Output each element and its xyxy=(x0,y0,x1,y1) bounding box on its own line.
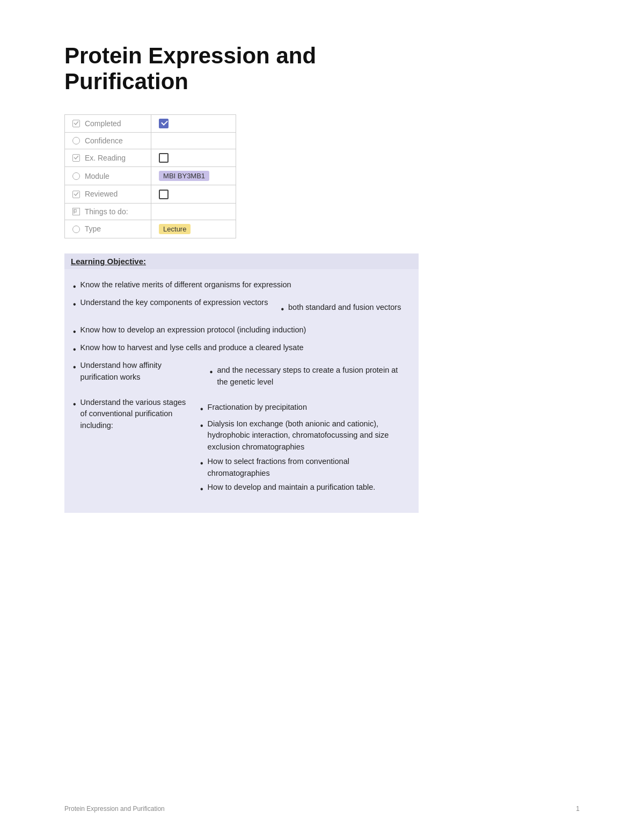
lecture-badge: Lecture xyxy=(159,224,191,234)
property-label: Reviewed xyxy=(65,185,151,203)
objectives-container: •Know the relative merits of different o… xyxy=(64,269,419,513)
property-value[interactable] xyxy=(151,203,236,220)
property-value[interactable] xyxy=(151,114,236,132)
list-item: •How to select fractions from convention… xyxy=(200,456,410,480)
list-item: •Dialysis Ion exchange (both anionic and… xyxy=(200,418,410,453)
list-item-text: Understand how affinity purification wor… xyxy=(80,360,197,383)
list-item: •How to develop and maintain a purificat… xyxy=(200,482,410,496)
checkbox-unchecked[interactable] xyxy=(159,153,169,163)
list-item: •Fractionation by precipitation xyxy=(200,402,410,416)
list-item: •both standard and fusion vectors xyxy=(281,302,401,316)
list-item: •Know how to develop an expression proto… xyxy=(73,324,410,338)
checkbox-checked[interactable] xyxy=(159,119,169,128)
list-item-text: How to develop and maintain a purificati… xyxy=(208,482,376,494)
sub-list: •and the necessary steps to create a fus… xyxy=(210,362,410,391)
bullet-icon: • xyxy=(210,366,213,379)
bullet-icon: • xyxy=(73,361,76,374)
list-item-text: both standard and fusion vectors xyxy=(288,302,401,314)
property-value[interactable]: Lecture xyxy=(151,220,236,238)
bullet-icon: • xyxy=(73,280,76,293)
list-item-text: Fractionation by precipitation xyxy=(208,402,307,414)
list-item-text: Know the relative merits of different or… xyxy=(80,279,291,291)
property-label: Module xyxy=(65,167,151,185)
sub-list: •both standard and fusion vectors xyxy=(281,299,401,318)
property-value[interactable] xyxy=(151,149,236,167)
page-footer: Protein Expression and Purification 1 xyxy=(64,805,580,813)
list-item-text: Understand the various stages of convent… xyxy=(80,397,187,432)
bullet-icon: • xyxy=(281,303,284,316)
properties-table: Completed Confidence Ex. Reading ModuleM… xyxy=(64,114,236,238)
list-item: •and the necessary steps to create a fus… xyxy=(210,365,410,388)
bullet-icon: • xyxy=(200,483,203,496)
bullet-icon: • xyxy=(200,419,203,432)
svg-rect-0 xyxy=(74,209,76,212)
learning-objectives-section: Learning Objective: •Know the relative m… xyxy=(64,253,419,513)
property-label: Completed xyxy=(65,114,151,132)
list-item-text: Understand the key components of express… xyxy=(80,297,268,309)
page-title: Protein Expression and Purification xyxy=(64,43,419,95)
property-value[interactable] xyxy=(151,185,236,203)
property-label: Things to do: xyxy=(65,203,151,220)
bullet-icon: • xyxy=(73,343,76,356)
property-label: Ex. Reading xyxy=(65,149,151,167)
property-label: Type xyxy=(65,220,151,238)
list-item-text: Dialysis Ion exchange (both anionic and … xyxy=(208,418,410,453)
sub-list: •Fractionation by precipitation•Dialysis… xyxy=(200,399,410,499)
bullet-icon: • xyxy=(73,398,76,411)
list-item: •Understand how affinity purification wo… xyxy=(73,360,410,393)
list-item-text: and the necessary steps to create a fusi… xyxy=(217,365,410,388)
list-item-text: Know how to harvest and lyse cells and p… xyxy=(80,342,304,354)
footer-page-number: 1 xyxy=(576,805,580,813)
property-label: Confidence xyxy=(65,132,151,149)
list-item: •Understand the various stages of conven… xyxy=(73,397,410,501)
checkbox-unchecked[interactable] xyxy=(159,190,169,199)
list-item-text: How to select fractions from conventiona… xyxy=(208,456,410,480)
property-value[interactable]: MBI BY3MB1 xyxy=(151,167,236,185)
list-item: •Know how to harvest and lyse cells and … xyxy=(73,342,410,356)
list-item: •Know the relative merits of different o… xyxy=(73,279,410,293)
bullet-icon: • xyxy=(73,325,76,338)
bullet-icon: • xyxy=(73,298,76,311)
objectives-list: •Know the relative merits of different o… xyxy=(73,279,410,501)
list-item: •Understand the key components of expres… xyxy=(73,297,410,321)
learning-objective-header: Learning Objective: xyxy=(64,253,419,269)
bullet-icon: • xyxy=(200,457,203,470)
footer-title: Protein Expression and Purification xyxy=(64,805,165,813)
bullet-icon: • xyxy=(200,403,203,416)
property-value[interactable] xyxy=(151,132,236,149)
module-badge: MBI BY3MB1 xyxy=(159,171,209,181)
list-item-text: Know how to develop an expression protoc… xyxy=(80,324,306,336)
